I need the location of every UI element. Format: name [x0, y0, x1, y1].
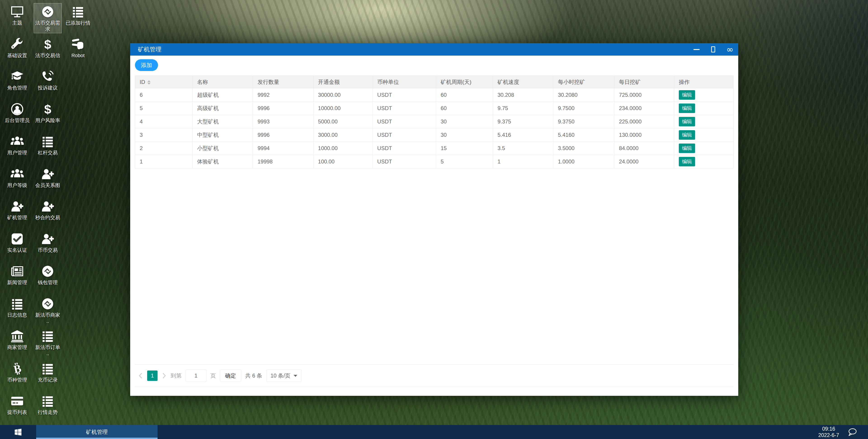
table-cell: USDT [373, 115, 436, 128]
desktop-icon[interactable]: 钱包管理 [34, 263, 62, 287]
sort-icon[interactable] [147, 80, 151, 85]
desktop-icon[interactable]: 新闻管理 [3, 263, 31, 287]
desktop-icon[interactable]: 投诉建议 [34, 68, 62, 92]
desktop-icon[interactable]: 提币列表 [3, 393, 31, 416]
users-icon [3, 134, 31, 148]
window-titlebar[interactable]: 矿机管理 [130, 43, 738, 56]
total-count-label: 共 6 条 [245, 372, 262, 379]
window-content: 添加 ID名称发行数量开通金额币种单位矿机周期(天)矿机速度每小时挖矿每日挖矿操… [130, 56, 738, 396]
graduation-cap-icon [3, 70, 31, 83]
desktop-icon[interactable]: 用户等级 [3, 165, 31, 189]
desktop-icon-label: Robot [64, 53, 92, 59]
users-icon [3, 167, 31, 181]
desktop-icon[interactable]: 杠杆交易 [34, 133, 62, 157]
hand-scissors-icon [64, 37, 92, 51]
table-cell: 5.416 [493, 128, 553, 142]
desktop-icon-label: 角色管理 [3, 85, 31, 91]
table-row: 6超级矿机999230000.00USDT6030.20830.2080725.… [135, 88, 734, 102]
table-cell: 10000.00 [313, 102, 373, 115]
desktop-icon[interactable]: 后台管理员 [3, 101, 31, 125]
desktop-icon-label: 后台管理员 [3, 117, 31, 123]
taskbar-task-mining-management[interactable]: 矿机管理 [36, 425, 158, 439]
desktop-icon-label: 法币交易信 [34, 53, 61, 59]
newspaper-icon [3, 264, 31, 278]
phone-volume-icon [34, 70, 61, 83]
desktop-icon-label: 法币交易需求 [34, 20, 61, 32]
table-cell: 225.0000 [614, 115, 674, 128]
confirm-page-button[interactable]: 确定 [220, 370, 241, 382]
desktop-icon[interactable]: 币币交易 [34, 230, 62, 254]
windows-logo-icon [14, 428, 22, 436]
desktop-icon[interactable]: 实名认证 [3, 230, 31, 254]
desktop-icon[interactable]: $法币交易信 [34, 36, 62, 60]
desktop-icon[interactable]: 日志信息 [3, 295, 31, 319]
prev-page-button[interactable] [138, 372, 143, 379]
coin-logo-icon [34, 264, 61, 278]
edit-button[interactable]: 编辑 [679, 90, 695, 100]
window-title: 矿机管理 [138, 45, 161, 53]
goto-page-input[interactable] [186, 370, 206, 382]
edit-button[interactable]: 编辑 [679, 157, 695, 166]
column-header: 每日挖矿 [614, 76, 674, 88]
desktop-icon[interactable]: 基础设置 [3, 36, 31, 60]
table-cell: 30.208 [493, 88, 553, 102]
table-row: 5高级矿机999610000.00USDT609.759.7500234.000… [135, 102, 734, 115]
desktop-icon[interactable]: 秒合约交易 [34, 198, 62, 222]
table-cell: 1000.00 [313, 142, 373, 155]
desktop-icon[interactable]: 矿机管理 [3, 198, 31, 222]
desktop-icon-label: 用户等级 [3, 182, 31, 188]
table-cell: 3.5000 [553, 142, 614, 155]
column-header[interactable]: ID [135, 76, 193, 88]
edit-button[interactable]: 编辑 [679, 130, 695, 140]
desktop-icon[interactable]: 商家管理 [3, 327, 31, 351]
table-cell-actions: 编辑 [674, 102, 733, 115]
close-button[interactable] [721, 43, 738, 56]
table-cell: USDT [373, 142, 436, 155]
taskbar: 矿机管理 09:16 2022-6-7 [0, 425, 868, 439]
desktop-icon[interactable]: 新法币订单 .. [34, 327, 62, 357]
table-cell: 30.2080 [553, 88, 614, 102]
taskbar-clock[interactable]: 09:16 2022-6-7 [818, 426, 839, 438]
user-plus-icon [34, 167, 61, 181]
table-cell: 2 [135, 142, 193, 155]
desktop-icon[interactable]: 法币交易需求 [34, 3, 62, 33]
notification-bubble-icon[interactable] [847, 427, 858, 437]
current-page-button[interactable]: 1 [147, 371, 158, 381]
page-size-select[interactable]: 10 条/页 [266, 370, 302, 382]
desktop-icon[interactable]: 会员关系图 [34, 165, 62, 189]
bank-icon [3, 329, 31, 343]
desktop-icon[interactable]: 新法币商家 .. [34, 295, 62, 325]
desktop-icon[interactable]: 行情走势 [34, 393, 62, 416]
next-page-button[interactable] [162, 372, 166, 379]
desktop-icon-label: 主题 [3, 20, 31, 26]
edit-button[interactable]: 编辑 [679, 103, 695, 113]
desktop-icon[interactable]: 角色管理 [3, 68, 31, 92]
desktop-icon-label: 商家管理 [3, 344, 31, 350]
desktop-icon-label: 币种管理 [3, 377, 31, 383]
desktop-icon[interactable]: 用户管理 [3, 133, 31, 157]
desktop-icon-label: 会员关系图 [34, 182, 61, 188]
maximize-button[interactable] [705, 43, 721, 56]
table-row: 4大型矿机99935000.00USDT309.3759.3750225.000… [135, 115, 734, 128]
desktop-icon[interactable]: 充币记录 [34, 360, 62, 384]
page-size-value: 10 条/页 [271, 372, 290, 379]
add-button[interactable]: 添加 [135, 59, 158, 71]
edit-button[interactable]: 编辑 [679, 117, 695, 126]
table-cell: 大型矿机 [193, 115, 253, 128]
desktop-icon-label: 秒合约交易 [34, 215, 61, 221]
desktop-icon[interactable]: $用户风险率 [34, 101, 62, 125]
table-cell: 5 [135, 102, 193, 115]
list-icon [3, 297, 31, 310]
start-button[interactable] [0, 425, 36, 439]
desktop-icon[interactable]: 主题 [3, 3, 31, 27]
desktop-icon[interactable]: B币种管理 [3, 360, 31, 384]
desktop-icon[interactable]: Robot [64, 36, 92, 60]
edit-button[interactable]: 编辑 [679, 144, 695, 153]
user-plus-icon [34, 232, 61, 246]
table-cell: 1 [493, 155, 553, 168]
table-cell: 9.3750 [553, 115, 614, 128]
minimize-button[interactable] [688, 43, 705, 56]
table-cell: 9994 [253, 142, 313, 155]
desktop-icon[interactable]: 已添加行情 [64, 3, 92, 27]
wrench-icon [3, 37, 31, 51]
